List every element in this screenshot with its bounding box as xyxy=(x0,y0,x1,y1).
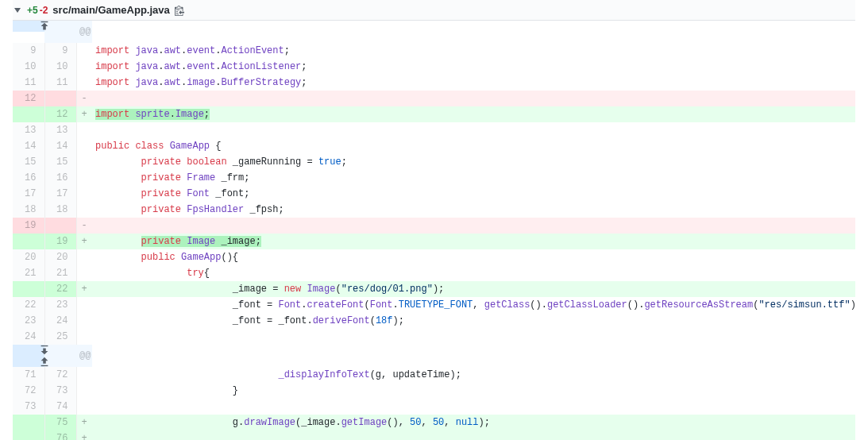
old-line-num[interactable]: 14 xyxy=(13,138,44,154)
deletions-count: -2 xyxy=(40,5,48,16)
new-line-num[interactable]: 23 xyxy=(44,297,76,313)
svg-rect-2 xyxy=(41,365,48,366)
code-line: _font = _font.deriveFont(18f); xyxy=(92,313,855,329)
new-line-num[interactable]: 10 xyxy=(44,59,76,75)
copy-icon[interactable] xyxy=(175,5,186,16)
old-line-num[interactable]: 16 xyxy=(13,170,44,186)
old-line-num[interactable]: 72 xyxy=(13,383,44,399)
new-line-num[interactable]: 19 xyxy=(44,234,76,249)
code-line: private Font _font; xyxy=(92,186,855,202)
old-line-num[interactable] xyxy=(13,106,44,122)
code-line: _font = Font.createFont(Font.TRUETYPE_FO… xyxy=(92,297,855,313)
new-line-num[interactable]: 14 xyxy=(44,138,76,154)
new-line-num[interactable]: 21 xyxy=(44,265,76,281)
old-line-num[interactable]: 24 xyxy=(13,329,44,345)
new-line-num[interactable]: 16 xyxy=(44,170,76,186)
old-line-num[interactable]: 19 xyxy=(13,218,44,234)
code-line: private FpsHandler _fpsh; xyxy=(92,202,855,218)
code-line-deleted xyxy=(92,91,855,106)
old-line-num[interactable] xyxy=(13,415,44,430)
old-line-num[interactable]: 13 xyxy=(13,122,44,138)
code-line: private Frame _frm; xyxy=(92,170,855,186)
new-line-num[interactable] xyxy=(44,218,76,234)
old-line-num[interactable]: 9 xyxy=(13,43,44,59)
code-line xyxy=(92,329,855,345)
old-line-num[interactable]: 18 xyxy=(13,202,44,218)
file-path[interactable]: src/main/GameApp.java xyxy=(52,4,169,16)
code-line: import java.awt.image.BufferStrategy; xyxy=(92,75,855,91)
code-line xyxy=(92,399,855,415)
code-line: import java.awt.event.ActionListener; xyxy=(92,59,855,75)
new-line-num[interactable]: 11 xyxy=(44,75,76,91)
caret-down-icon[interactable] xyxy=(14,8,21,13)
old-line-num[interactable] xyxy=(13,281,44,297)
code-line: _displayInfoText(g, updateTime); xyxy=(92,367,855,383)
svg-rect-1 xyxy=(41,345,48,346)
old-line-num[interactable] xyxy=(13,430,44,440)
file-header: +5 -2 src/main/GameApp.java xyxy=(13,0,855,21)
new-line-num[interactable]: 72 xyxy=(44,367,76,383)
hunk-header: @@ -71,6 +72,8 @@ public class GameApp { xyxy=(76,345,92,367)
new-line-num[interactable]: 73 xyxy=(44,383,76,399)
old-line-num[interactable]: 71 xyxy=(13,367,44,383)
old-line-num[interactable]: 73 xyxy=(13,399,44,415)
new-line-num[interactable]: 12 xyxy=(44,106,76,122)
new-line-num[interactable]: 17 xyxy=(44,186,76,202)
new-line-num[interactable]: 18 xyxy=(44,202,76,218)
new-line-num[interactable]: 13 xyxy=(44,122,76,138)
code-line: import java.awt.event.ActionEvent; xyxy=(92,43,855,59)
new-line-num[interactable]: 76 xyxy=(44,430,76,440)
code-line: try{ xyxy=(92,265,855,281)
old-line-num[interactable]: 17 xyxy=(13,186,44,202)
code-line: private boolean _gameRunning = true; xyxy=(92,154,855,170)
code-line-deleted xyxy=(92,218,855,234)
code-line: public class GameApp { xyxy=(92,138,855,154)
new-line-num[interactable]: 9 xyxy=(44,43,76,59)
new-line-num[interactable]: 25 xyxy=(44,329,76,345)
additions-count: +5 xyxy=(27,5,38,16)
old-line-num[interactable]: 11 xyxy=(13,75,44,91)
old-line-num[interactable]: 10 xyxy=(13,59,44,75)
new-line-num[interactable]: 22 xyxy=(44,281,76,297)
old-line-num[interactable]: 21 xyxy=(13,265,44,281)
new-line-num[interactable]: 74 xyxy=(44,399,76,415)
old-line-num[interactable]: 23 xyxy=(13,313,44,329)
new-line-num[interactable]: 20 xyxy=(44,249,76,265)
old-line-num[interactable] xyxy=(13,234,44,249)
code-line: public GameApp(){ xyxy=(92,249,855,265)
diff-table: @@ -9,16 +9,17 @@ import java.awt.*; 9 9… xyxy=(13,21,855,440)
new-line-num[interactable]: 75 xyxy=(44,415,76,430)
new-line-num[interactable] xyxy=(44,91,76,106)
new-line-num[interactable]: 24 xyxy=(44,313,76,329)
code-line-added: private Image _image; xyxy=(92,234,855,249)
svg-rect-0 xyxy=(41,21,48,22)
old-line-num[interactable]: 15 xyxy=(13,154,44,170)
code-line-added xyxy=(92,430,855,440)
hunk-header: @@ -9,16 +9,17 @@ import java.awt.*; xyxy=(76,21,92,43)
old-line-num[interactable]: 22 xyxy=(13,297,44,313)
code-line: } xyxy=(92,383,855,399)
old-line-num[interactable]: 12 xyxy=(13,91,44,106)
code-line xyxy=(92,122,855,138)
old-line-num[interactable]: 20 xyxy=(13,249,44,265)
code-line-added: import sprite.Image; xyxy=(92,106,855,122)
code-line-added: _image = new Image("res/dog/01.png"); xyxy=(92,281,855,297)
code-line-added: g.drawImage(_image.getImage(), 50, 50, n… xyxy=(92,415,855,430)
new-line-num[interactable]: 15 xyxy=(44,154,76,170)
